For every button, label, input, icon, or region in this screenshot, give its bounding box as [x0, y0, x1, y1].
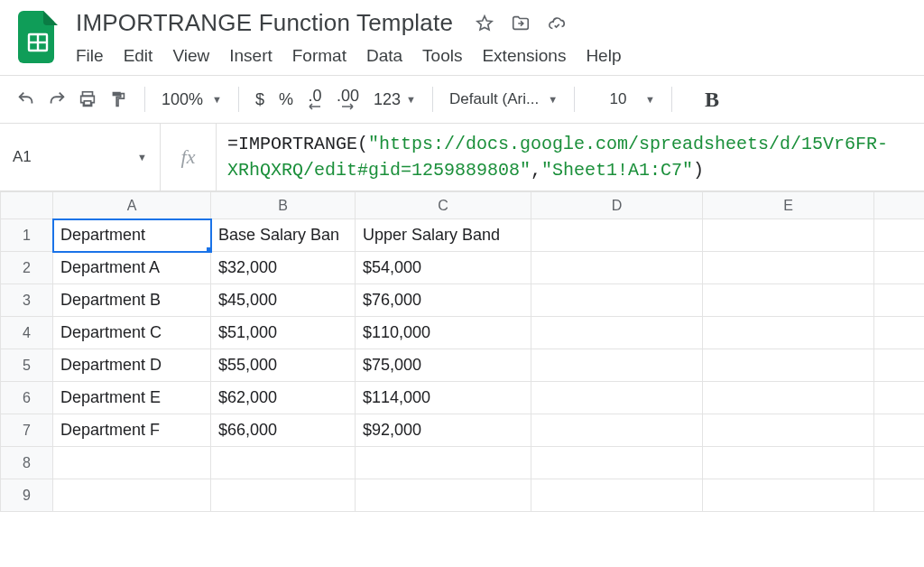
decrease-decimal-button[interactable]: .0: [308, 88, 322, 110]
cell-A5[interactable]: Department D: [53, 349, 211, 382]
col-header-B[interactable]: B: [211, 192, 356, 219]
cell-D1[interactable]: [531, 219, 703, 252]
row-header-9[interactable]: 9: [1, 479, 53, 512]
cell-D2[interactable]: [531, 252, 703, 284]
cell-F3[interactable]: [874, 284, 925, 317]
menu-tools[interactable]: Tools: [422, 46, 462, 66]
row-header-6[interactable]: 6: [1, 382, 53, 414]
col-header-D[interactable]: D: [531, 192, 703, 219]
cell-B9[interactable]: [211, 479, 356, 512]
cell-B4[interactable]: $51,000: [211, 317, 356, 349]
menu-extensions[interactable]: Extensions: [482, 46, 566, 66]
cell-E4[interactable]: [703, 317, 874, 349]
cell-C3[interactable]: $76,000: [356, 284, 531, 317]
menu-file[interactable]: File: [76, 46, 104, 66]
cell-B6[interactable]: $62,000: [211, 382, 356, 414]
formula-bar[interactable]: =IMPORTRANGE("https://docs.google.com/sp…: [217, 124, 924, 191]
select-all-corner[interactable]: [1, 192, 53, 219]
move-folder-icon[interactable]: [511, 14, 531, 33]
cell-E1[interactable]: [703, 219, 874, 252]
cell-C8[interactable]: [356, 447, 531, 479]
bold-button[interactable]: B: [705, 88, 719, 112]
paint-format-icon[interactable]: [108, 89, 128, 109]
cell-C9[interactable]: [356, 479, 531, 512]
row-header-8[interactable]: 8: [1, 447, 53, 479]
cell-A7[interactable]: Department F: [53, 414, 211, 447]
cell-A6[interactable]: Department E: [53, 382, 211, 414]
cell-C7[interactable]: $92,000: [356, 414, 531, 447]
menu-help[interactable]: Help: [586, 46, 621, 66]
cell-B5[interactable]: $55,000: [211, 349, 356, 382]
cell-E9[interactable]: [703, 479, 874, 512]
menu-format[interactable]: Format: [292, 46, 346, 66]
col-header-A[interactable]: A: [53, 192, 211, 219]
row-header-1[interactable]: 1: [1, 219, 53, 252]
cell-D7[interactable]: [531, 414, 703, 447]
cell-F6[interactable]: [874, 382, 925, 414]
cell-E3[interactable]: [703, 284, 874, 317]
increase-decimal-button[interactable]: .00: [337, 88, 359, 110]
sheets-logo[interactable]: [16, 9, 60, 65]
font-size-select[interactable]: 10 ▼: [600, 90, 655, 108]
menu-data[interactable]: Data: [366, 46, 402, 66]
cell-E8[interactable]: [703, 447, 874, 479]
cell-D5[interactable]: [531, 349, 703, 382]
menu-insert[interactable]: Insert: [229, 46, 273, 66]
undo-icon[interactable]: [16, 89, 36, 109]
col-header-C[interactable]: C: [356, 192, 531, 219]
cell-F8[interactable]: [874, 447, 925, 479]
cell-F9[interactable]: [874, 479, 925, 512]
cell-F4[interactable]: [874, 317, 925, 349]
cell-F5[interactable]: [874, 349, 925, 382]
cloud-status-icon[interactable]: [547, 14, 567, 33]
name-box[interactable]: A1 ▼: [0, 124, 161, 191]
col-header-E[interactable]: E: [703, 192, 874, 219]
row-header-7[interactable]: 7: [1, 414, 53, 447]
cell-C4[interactable]: $110,000: [356, 317, 531, 349]
cell-E6[interactable]: [703, 382, 874, 414]
cell-A1[interactable]: Department: [53, 219, 211, 252]
cell-C6[interactable]: $114,000: [356, 382, 531, 414]
cell-D4[interactable]: [531, 317, 703, 349]
star-icon[interactable]: [475, 14, 494, 33]
cell-B3[interactable]: $45,000: [211, 284, 356, 317]
document-title[interactable]: IMPORTRANGE Function Template: [74, 9, 453, 37]
cell-F7[interactable]: [874, 414, 925, 447]
row-header-5[interactable]: 5: [1, 349, 53, 382]
menu-view[interactable]: View: [172, 46, 209, 66]
cell-D8[interactable]: [531, 447, 703, 479]
currency-format-button[interactable]: $: [255, 90, 264, 109]
redo-icon[interactable]: [47, 89, 67, 109]
cell-B1[interactable]: Base Salary Ban: [211, 219, 356, 252]
cell-D6[interactable]: [531, 382, 703, 414]
cell-C1[interactable]: Upper Salary Band: [356, 219, 531, 252]
cell-C2[interactable]: $54,000: [356, 252, 531, 284]
row-header-2[interactable]: 2: [1, 252, 53, 284]
cell-E2[interactable]: [703, 252, 874, 284]
cell-B7[interactable]: $66,000: [211, 414, 356, 447]
cell-A3[interactable]: Department B: [53, 284, 211, 317]
cell-E5[interactable]: [703, 349, 874, 382]
cell-F1[interactable]: [874, 219, 925, 252]
cell-C5[interactable]: $75,000: [356, 349, 531, 382]
cell-B8[interactable]: [211, 447, 356, 479]
menu-edit[interactable]: Edit: [124, 46, 153, 66]
cell-F2[interactable]: [874, 252, 925, 284]
cell-A2[interactable]: Department A: [53, 252, 211, 284]
cell-D9[interactable]: [531, 479, 703, 512]
spreadsheet-grid[interactable]: A B C D E 1 Department Base Salary Ban U…: [0, 191, 924, 512]
cell-D3[interactable]: [531, 284, 703, 317]
font-family-select[interactable]: Default (Ari... ▼: [449, 90, 558, 108]
cell-A9[interactable]: [53, 479, 211, 512]
cell-B2[interactable]: $32,000: [211, 252, 356, 284]
cell-A8[interactable]: [53, 447, 211, 479]
zoom-select[interactable]: 100% ▼: [162, 90, 222, 109]
print-icon[interactable]: [78, 89, 97, 109]
number-format-select[interactable]: 123 ▼: [374, 90, 416, 109]
cell-E7[interactable]: [703, 414, 874, 447]
cell-A4[interactable]: Department C: [53, 317, 211, 349]
row-header-3[interactable]: 3: [1, 284, 53, 317]
row-header-4[interactable]: 4: [1, 317, 53, 349]
percent-format-button[interactable]: %: [279, 90, 293, 109]
col-header-F[interactable]: [874, 192, 925, 219]
